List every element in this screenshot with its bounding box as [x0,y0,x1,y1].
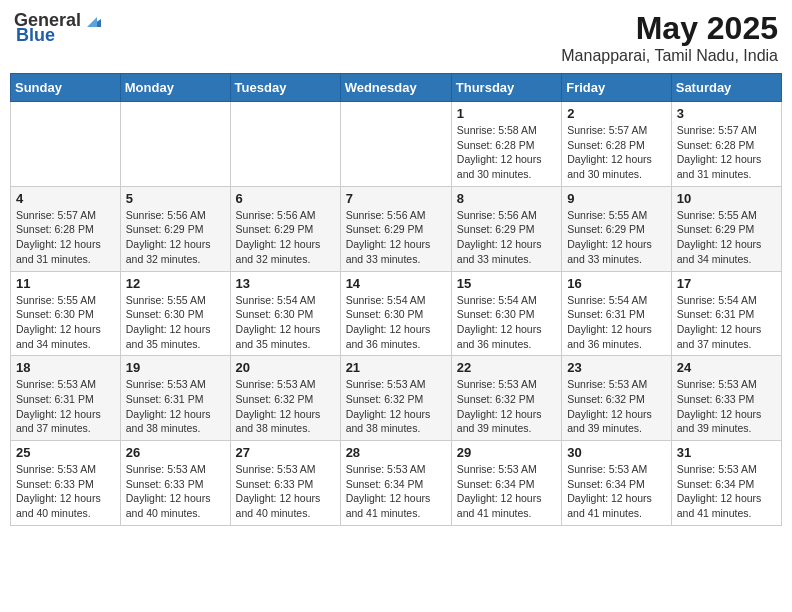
title-block: May 2025 Manapparai, Tamil Nadu, India [561,10,778,65]
day-number: 9 [567,191,666,206]
day-info: Sunrise: 5:56 AM Sunset: 6:29 PM Dayligh… [457,208,556,267]
calendar-table: SundayMondayTuesdayWednesdayThursdayFrid… [10,73,782,526]
day-number: 5 [126,191,225,206]
day-header-saturday: Saturday [671,74,781,102]
day-info: Sunrise: 5:53 AM Sunset: 6:34 PM Dayligh… [567,462,666,521]
day-header-tuesday: Tuesday [230,74,340,102]
day-info: Sunrise: 5:53 AM Sunset: 6:33 PM Dayligh… [16,462,115,521]
day-header-friday: Friday [562,74,672,102]
calendar-header-row: SundayMondayTuesdayWednesdayThursdayFrid… [11,74,782,102]
day-cell: 22Sunrise: 5:53 AM Sunset: 6:32 PM Dayli… [451,356,561,441]
week-row-1: 1Sunrise: 5:58 AM Sunset: 6:28 PM Daylig… [11,102,782,187]
day-number: 30 [567,445,666,460]
day-cell: 23Sunrise: 5:53 AM Sunset: 6:32 PM Dayli… [562,356,672,441]
day-cell: 26Sunrise: 5:53 AM Sunset: 6:33 PM Dayli… [120,441,230,526]
day-cell [340,102,451,187]
day-cell: 3Sunrise: 5:57 AM Sunset: 6:28 PM Daylig… [671,102,781,187]
day-number: 20 [236,360,335,375]
day-header-wednesday: Wednesday [340,74,451,102]
day-cell [11,102,121,187]
day-cell: 29Sunrise: 5:53 AM Sunset: 6:34 PM Dayli… [451,441,561,526]
day-number: 11 [16,276,115,291]
day-cell: 14Sunrise: 5:54 AM Sunset: 6:30 PM Dayli… [340,271,451,356]
day-cell: 21Sunrise: 5:53 AM Sunset: 6:32 PM Dayli… [340,356,451,441]
day-info: Sunrise: 5:53 AM Sunset: 6:32 PM Dayligh… [567,377,666,436]
day-info: Sunrise: 5:53 AM Sunset: 6:31 PM Dayligh… [126,377,225,436]
day-info: Sunrise: 5:53 AM Sunset: 6:33 PM Dayligh… [677,377,776,436]
logo: General Blue [14,10,105,46]
day-number: 1 [457,106,556,121]
week-row-4: 18Sunrise: 5:53 AM Sunset: 6:31 PM Dayli… [11,356,782,441]
day-info: Sunrise: 5:54 AM Sunset: 6:31 PM Dayligh… [567,293,666,352]
day-number: 16 [567,276,666,291]
day-info: Sunrise: 5:55 AM Sunset: 6:30 PM Dayligh… [126,293,225,352]
day-number: 25 [16,445,115,460]
day-number: 27 [236,445,335,460]
day-cell: 10Sunrise: 5:55 AM Sunset: 6:29 PM Dayli… [671,186,781,271]
logo-icon [83,9,105,31]
day-cell: 28Sunrise: 5:53 AM Sunset: 6:34 PM Dayli… [340,441,451,526]
day-number: 14 [346,276,446,291]
day-info: Sunrise: 5:53 AM Sunset: 6:31 PM Dayligh… [16,377,115,436]
day-info: Sunrise: 5:55 AM Sunset: 6:29 PM Dayligh… [677,208,776,267]
day-info: Sunrise: 5:53 AM Sunset: 6:32 PM Dayligh… [236,377,335,436]
day-info: Sunrise: 5:56 AM Sunset: 6:29 PM Dayligh… [236,208,335,267]
svg-marker-1 [87,17,97,27]
day-number: 12 [126,276,225,291]
day-number: 4 [16,191,115,206]
day-number: 6 [236,191,335,206]
day-number: 19 [126,360,225,375]
day-info: Sunrise: 5:54 AM Sunset: 6:30 PM Dayligh… [457,293,556,352]
day-cell: 16Sunrise: 5:54 AM Sunset: 6:31 PM Dayli… [562,271,672,356]
day-cell: 5Sunrise: 5:56 AM Sunset: 6:29 PM Daylig… [120,186,230,271]
day-cell: 20Sunrise: 5:53 AM Sunset: 6:32 PM Dayli… [230,356,340,441]
day-info: Sunrise: 5:56 AM Sunset: 6:29 PM Dayligh… [126,208,225,267]
day-cell: 30Sunrise: 5:53 AM Sunset: 6:34 PM Dayli… [562,441,672,526]
logo-blue-text: Blue [16,25,55,46]
day-cell: 1Sunrise: 5:58 AM Sunset: 6:28 PM Daylig… [451,102,561,187]
day-info: Sunrise: 5:53 AM Sunset: 6:32 PM Dayligh… [457,377,556,436]
day-info: Sunrise: 5:54 AM Sunset: 6:30 PM Dayligh… [236,293,335,352]
day-number: 31 [677,445,776,460]
day-number: 21 [346,360,446,375]
day-number: 7 [346,191,446,206]
day-info: Sunrise: 5:57 AM Sunset: 6:28 PM Dayligh… [16,208,115,267]
day-cell: 18Sunrise: 5:53 AM Sunset: 6:31 PM Dayli… [11,356,121,441]
day-cell [230,102,340,187]
day-info: Sunrise: 5:53 AM Sunset: 6:32 PM Dayligh… [346,377,446,436]
day-info: Sunrise: 5:53 AM Sunset: 6:33 PM Dayligh… [126,462,225,521]
week-row-2: 4Sunrise: 5:57 AM Sunset: 6:28 PM Daylig… [11,186,782,271]
day-number: 10 [677,191,776,206]
day-header-thursday: Thursday [451,74,561,102]
day-number: 24 [677,360,776,375]
day-info: Sunrise: 5:54 AM Sunset: 6:31 PM Dayligh… [677,293,776,352]
day-cell: 31Sunrise: 5:53 AM Sunset: 6:34 PM Dayli… [671,441,781,526]
day-info: Sunrise: 5:56 AM Sunset: 6:29 PM Dayligh… [346,208,446,267]
day-number: 3 [677,106,776,121]
day-number: 18 [16,360,115,375]
day-number: 23 [567,360,666,375]
day-cell: 12Sunrise: 5:55 AM Sunset: 6:30 PM Dayli… [120,271,230,356]
day-info: Sunrise: 5:58 AM Sunset: 6:28 PM Dayligh… [457,123,556,182]
day-cell: 17Sunrise: 5:54 AM Sunset: 6:31 PM Dayli… [671,271,781,356]
day-cell: 27Sunrise: 5:53 AM Sunset: 6:33 PM Dayli… [230,441,340,526]
day-cell: 15Sunrise: 5:54 AM Sunset: 6:30 PM Dayli… [451,271,561,356]
day-cell: 19Sunrise: 5:53 AM Sunset: 6:31 PM Dayli… [120,356,230,441]
day-number: 15 [457,276,556,291]
day-number: 26 [126,445,225,460]
day-info: Sunrise: 5:53 AM Sunset: 6:34 PM Dayligh… [346,462,446,521]
main-title: May 2025 [561,10,778,47]
day-number: 17 [677,276,776,291]
day-number: 28 [346,445,446,460]
day-number: 22 [457,360,556,375]
day-cell: 25Sunrise: 5:53 AM Sunset: 6:33 PM Dayli… [11,441,121,526]
day-number: 13 [236,276,335,291]
day-cell [120,102,230,187]
day-cell: 13Sunrise: 5:54 AM Sunset: 6:30 PM Dayli… [230,271,340,356]
day-info: Sunrise: 5:54 AM Sunset: 6:30 PM Dayligh… [346,293,446,352]
day-cell: 8Sunrise: 5:56 AM Sunset: 6:29 PM Daylig… [451,186,561,271]
day-number: 2 [567,106,666,121]
day-cell: 4Sunrise: 5:57 AM Sunset: 6:28 PM Daylig… [11,186,121,271]
week-row-5: 25Sunrise: 5:53 AM Sunset: 6:33 PM Dayli… [11,441,782,526]
day-cell: 7Sunrise: 5:56 AM Sunset: 6:29 PM Daylig… [340,186,451,271]
